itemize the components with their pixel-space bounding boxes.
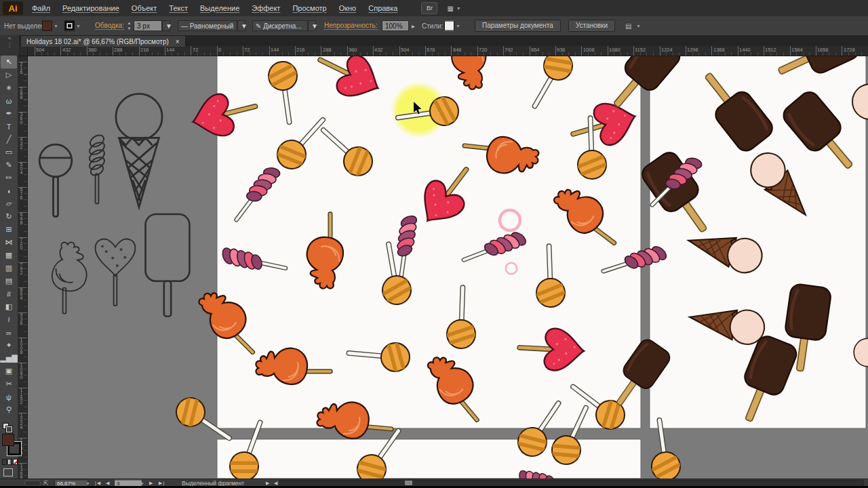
eraser-tool[interactable]: ▱ (1, 197, 17, 210)
rotate-tool[interactable]: ↻ (1, 210, 17, 223)
preferences-button[interactable]: Установки (568, 20, 615, 32)
fill-color-swatch[interactable] (42, 21, 52, 31)
o-twist-art[interactable] (87, 133, 106, 203)
gradient-button[interactable] (7, 459, 12, 465)
graph-tool[interactable]: ▂▅▇ (1, 352, 17, 365)
panel-dock-stub[interactable]: »⋮ (0, 35, 20, 56)
eyedropper-tool[interactable]: ≀ (1, 313, 17, 326)
close-icon[interactable]: × (176, 38, 180, 45)
menu-item-5[interactable]: Эффект (245, 1, 286, 16)
pencil-tool[interactable]: ✏ (1, 171, 17, 184)
pen-tool[interactable]: ✒ (1, 107, 17, 120)
h-ruler-label: 504 (401, 47, 410, 53)
rectangle-tool[interactable]: ▭ (1, 146, 17, 159)
brush-definition-select[interactable]: ✎ Дискретна... (252, 20, 308, 31)
shaper-tool[interactable]: ◖ (1, 184, 17, 197)
o-cone-art[interactable] (116, 94, 162, 207)
free-transform-tool[interactable]: ▦ (1, 249, 17, 262)
symbol-sprayer-tool[interactable]: ✦ (1, 339, 17, 352)
h-ruler-label: 936 (557, 47, 566, 53)
opacity-arrow[interactable]: ▸ (412, 22, 415, 30)
mesh-tool[interactable]: # (1, 287, 17, 300)
chevron-down-icon[interactable]: ▼ (308, 20, 316, 31)
stroke-color-swatch[interactable] (64, 21, 75, 31)
shape-builder-tool[interactable]: ▥ (1, 262, 17, 274)
lasso-tool[interactable]: ω (1, 94, 17, 107)
blend-tool[interactable]: ∞ (1, 326, 17, 339)
zoom-tool[interactable]: ⚲ (1, 403, 17, 416)
chevron-down-icon[interactable]: ▼ (237, 20, 245, 31)
stroke-panel-link[interactable]: Обводка: (95, 22, 124, 30)
chevron-down-icon[interactable]: ▼ (456, 24, 460, 28)
menu-item-1[interactable]: Редактирование (56, 1, 125, 16)
chevron-down-icon[interactable]: ▼ (636, 24, 641, 28)
menu-item-7[interactable]: Окно (333, 1, 363, 16)
menu-item-8[interactable]: Справка (362, 1, 403, 16)
menu-item-3[interactable]: Текст (163, 1, 194, 16)
scale-tool[interactable]: ⊞ (1, 223, 17, 236)
h-ruler-label: 216 (140, 47, 149, 53)
o-popsicle-art[interactable] (146, 214, 190, 317)
variable-width-select[interactable]: — Равномерный (178, 20, 237, 31)
vertical-ruler[interactable]: 2162883604325045766487207928649361008108… (18, 56, 28, 479)
magic-wand-tool[interactable]: ∗ (1, 81, 17, 94)
next-artboard-button[interactable]: ▶ (149, 481, 153, 486)
style-swatch[interactable] (444, 21, 454, 31)
v-ruler-label: 288 (19, 87, 24, 99)
menu-item-4[interactable]: Выделение (194, 1, 245, 16)
width-tool[interactable]: ⋈ (1, 236, 17, 249)
bridge-button[interactable]: Br (421, 2, 437, 14)
horizontal-scrollbar[interactable] (279, 480, 864, 487)
document-tab[interactable]: Holidays 18 02.ai* @ 66,67% (RGB/Просмот… (20, 35, 186, 47)
menu-item-0[interactable]: Файл (26, 1, 56, 16)
h-ruler-label: 648 (453, 47, 462, 53)
color-button[interactable] (2, 459, 7, 465)
none-button[interactable] (13, 459, 18, 465)
share-icon[interactable]: ⇱ (43, 480, 49, 487)
first-artboard-button[interactable]: |◀ (95, 481, 101, 486)
default-fill-stroke-icon[interactable] (3, 423, 18, 432)
previous-artboard-button[interactable]: ◀ (106, 481, 110, 486)
o-heart-art[interactable] (96, 239, 136, 306)
menu-item-6[interactable]: Просмотр (286, 1, 332, 16)
last-artboard-button[interactable]: ▶| (159, 481, 165, 486)
opacity-panel-link[interactable]: Непрозрачность: (324, 22, 378, 30)
slice-tool[interactable]: ✂ (1, 378, 17, 390)
document-setup-button[interactable]: Параметры документа (475, 20, 561, 32)
type-tool[interactable]: T (1, 120, 17, 133)
chevron-down-icon[interactable]: ▼ (76, 24, 81, 28)
status-readout[interactable]: Выделенный фрагмент (182, 480, 244, 487)
horizontal-ruler[interactable]: 5044323602882161447207214421628836043250… (27, 46, 868, 56)
h-ruler-label: 1152 (635, 47, 646, 53)
line-segment-tool[interactable]: ╱ (1, 133, 17, 146)
h-ruler-label: 1728 (844, 47, 855, 53)
chevron-down-icon[interactable]: ▼ (140, 481, 144, 485)
drawing-mode-button[interactable] (3, 468, 13, 476)
gradient-tool[interactable]: ◧ (1, 300, 17, 313)
scrollbar-thumb[interactable] (405, 481, 412, 485)
splitter-left-icon[interactable]: ◀ (274, 481, 278, 486)
paintbrush-tool[interactable]: ✎ (1, 159, 17, 171)
menu-item-2[interactable]: Объект (125, 1, 163, 16)
stroke-weight-dropdown[interactable]: ▼ (162, 20, 170, 31)
panel-options-icon[interactable]: ▤ (625, 22, 631, 30)
hand-tool[interactable]: ψ (1, 390, 17, 403)
chevron-down-icon[interactable]: ▼ (54, 24, 58, 28)
fill-stroke-indicator[interactable] (2, 434, 18, 457)
o-lollipop-art[interactable] (39, 144, 72, 216)
chevron-down-icon[interactable]: ▼ (85, 481, 90, 485)
o-rooster-art[interactable] (52, 242, 87, 313)
perspective-grid-tool[interactable]: ▤ (1, 274, 17, 287)
workspace-switcher[interactable]: ▦ ▼ (447, 5, 460, 12)
h-ruler-label: 720 (479, 47, 488, 53)
direct-selection-tool[interactable]: ▷ (1, 68, 17, 81)
stroke-weight-stepper[interactable]: ▲ ▼ (126, 20, 132, 31)
h-ruler-label: 72 (244, 47, 250, 53)
fill-swatch[interactable] (2, 434, 14, 446)
stroke-weight-field[interactable]: 3 px (134, 20, 162, 31)
opacity-field[interactable]: 100% (382, 20, 409, 31)
splitter-right-icon[interactable]: ▶ (266, 481, 270, 486)
canvas-area[interactable] (27, 56, 868, 479)
artboard-tool[interactable]: ▣ (1, 365, 17, 378)
selection-tool[interactable]: ↖ (1, 56, 17, 68)
